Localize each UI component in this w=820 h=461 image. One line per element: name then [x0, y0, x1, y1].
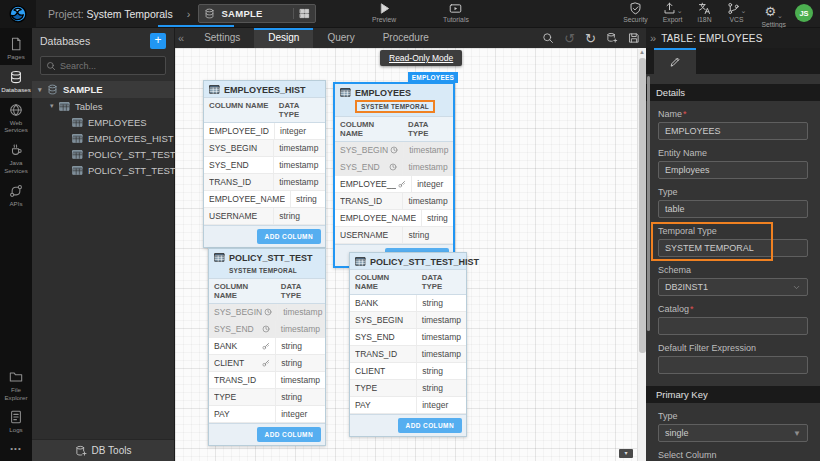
canvas-scrollbar-thumb[interactable] — [639, 58, 646, 353]
column-row[interactable]: EMPLOYEE_NAMEstring — [204, 191, 325, 208]
grid-icon[interactable] — [293, 8, 310, 19]
column-name-cell: EMPLOYEE_NAME — [335, 210, 422, 226]
column-row[interactable]: EMPLOYEE__integer — [335, 176, 453, 193]
column-row[interactable]: TRANS_IDtimestamp — [204, 174, 325, 191]
column-row[interactable]: SYS_BEGINtimestamp — [350, 312, 466, 329]
field-type-input[interactable]: table — [658, 200, 808, 218]
column-row[interactable]: SYS_ENDtimestamp — [204, 157, 325, 174]
rail-item-databases[interactable]: Databases — [0, 65, 32, 98]
add-column-button[interactable]: ADD COLUMN — [257, 229, 321, 244]
column-row[interactable]: BANKstring — [209, 338, 325, 355]
table-card-employees-hist[interactable]: EMPLOYEES_HISTCOLUMN NAMEDATA TYPEEMPLOY… — [203, 80, 326, 248]
column-row[interactable]: SYS_BEGINtimestamp — [335, 142, 453, 159]
column-row[interactable]: USERNAMEstring — [204, 208, 325, 225]
collapse-left-icon[interactable]: « — [175, 32, 190, 44]
table-card-policy-stt-test-hist[interactable]: POLICY_STT_TEST_HISTCOLUMN NAMEDATA TYPE… — [349, 252, 467, 437]
table-card-header[interactable]: POLICY_STT_TEST_HIST — [350, 253, 466, 269]
column-row[interactable]: TYPEstring — [350, 380, 466, 397]
tree-item-policy-stt-test[interactable]: POLICY_STT_TEST — [32, 146, 174, 162]
redo-icon[interactable]: ↻ — [585, 32, 596, 45]
clock-icon — [262, 308, 272, 316]
column-row[interactable]: SYS_ENDtimestamp — [209, 321, 325, 338]
column-row[interactable]: EMPLOYEE_NAMEstring — [335, 210, 453, 227]
table-card-employees[interactable]: EMPLOYEESEMPLOYEESSYSTEM TEMPORALCOLUMN … — [333, 82, 455, 268]
column-row[interactable]: CLIENTstring — [209, 355, 325, 372]
column-row[interactable]: BANKstring — [350, 295, 466, 312]
rail-item-apis[interactable]: APIs — [0, 179, 32, 212]
more-options-button[interactable]: ••• — [0, 438, 32, 461]
security-button[interactable]: Security — [623, 2, 648, 28]
column-row[interactable]: SYS_ENDtimestamp — [350, 329, 466, 346]
edit-tab[interactable] — [654, 48, 696, 74]
column-row[interactable]: CLIENTstring — [350, 363, 466, 380]
db-tools-button[interactable]: DB Tools — [32, 439, 174, 461]
tab-query[interactable]: Query — [313, 28, 368, 48]
tree-item-employees-hist[interactable]: EMPLOYEES_HIST — [32, 130, 174, 146]
rail-item-pages[interactable]: Pages — [0, 32, 32, 65]
column-row[interactable]: PAYinteger — [209, 406, 325, 423]
app-logo[interactable] — [0, 0, 36, 28]
field-temporal-type-input[interactable]: SYSTEM TEMPORAL — [658, 239, 808, 257]
expand-right-icon[interactable]: » — [646, 32, 661, 44]
tree-item-database[interactable]: ▾SAMPLE — [32, 81, 174, 98]
column-row[interactable]: TYPEstring — [209, 389, 325, 406]
add-database-button[interactable]: + — [150, 33, 166, 49]
field-catalog-input[interactable] — [658, 317, 808, 335]
field-type-select[interactable]: single▼ — [658, 424, 808, 442]
tutorials-button[interactable]: Tutorials — [443, 2, 469, 23]
rail-item-file-explorer[interactable]: File Explorer — [0, 365, 32, 406]
db-tools-icon — [75, 445, 87, 457]
tab-settings[interactable]: Settings — [190, 28, 254, 48]
database-selector[interactable]: SAMPLE — [198, 4, 316, 23]
vcs-button[interactable]: ⌄VCS — [727, 2, 747, 28]
preview-button[interactable]: Preview — [372, 2, 396, 23]
db-script-icon[interactable] — [606, 32, 618, 44]
rail-item-java-services[interactable]: Java Services — [0, 138, 32, 179]
caret-down-icon[interactable]: ▾ — [38, 86, 47, 94]
column-row[interactable]: SYS_BEGINtimestamp — [209, 304, 325, 321]
tab-design[interactable]: Design — [254, 28, 313, 48]
rail-item-logs[interactable]: Logs — [0, 405, 32, 438]
scroll-up-arrow[interactable]: ▲ — [638, 48, 646, 57]
tree-item-policy-stt-test-hist[interactable]: POLICY_STT_TEST_HIST — [32, 162, 174, 178]
search-input[interactable] — [60, 61, 160, 71]
i18n-button[interactable]: i18N — [698, 2, 712, 28]
field-name-input[interactable]: EMPLOYEES — [658, 122, 808, 140]
column-row[interactable]: USERNAMEstring — [335, 227, 453, 244]
canvas-corner-button[interactable]: ▾ — [619, 449, 633, 458]
column-name-cell: TYPE — [350, 380, 417, 396]
settings-button[interactable]: ⚙⌄Settings — [761, 2, 786, 28]
column-name: TYPE — [355, 383, 411, 393]
search-canvas-icon[interactable] — [542, 32, 554, 44]
tab-procedure[interactable]: Procedure — [369, 28, 443, 48]
field-default-filter-expression-input[interactable] — [658, 356, 808, 374]
field-entity-name-input[interactable]: Employees — [658, 161, 808, 179]
design-canvas[interactable]: Read-Only Mode ▲ ▾ EMPLOYEES_HISTCOLUMN … — [175, 48, 646, 461]
field-schema-select[interactable]: DB2INST1 — [658, 278, 808, 296]
tree-item-employees[interactable]: EMPLOYEES — [32, 114, 174, 130]
sidebar-search[interactable] — [40, 56, 166, 75]
rail-item-web-services[interactable]: Web Services — [0, 98, 32, 139]
add-column-button[interactable]: ADD COLUMN — [398, 418, 462, 433]
add-column-button[interactable]: ADD COLUMN — [257, 427, 321, 442]
user-avatar[interactable]: JS — [795, 4, 813, 22]
column-row[interactable]: TRANS_IDtimestamp — [350, 346, 466, 363]
column-row[interactable]: TRANS_IDtimestamp — [209, 372, 325, 389]
table-card-header[interactable]: EMPLOYEESSYSTEM TEMPORAL — [335, 84, 453, 116]
table-card-header[interactable]: POLICY_STT_TESTSYSTEM TEMPORAL — [209, 249, 325, 278]
column-row[interactable]: TRANS_IDtimestamp — [335, 193, 453, 210]
tree-item-tables-folder[interactable]: ▾Tables — [32, 98, 174, 114]
export-button[interactable]: ⌄Export — [663, 2, 683, 28]
inspector-scrollbar-thumb[interactable] — [647, 76, 650, 331]
table-card-header[interactable]: EMPLOYEES_HIST — [204, 81, 325, 97]
undo-icon[interactable]: ↺ — [564, 32, 575, 45]
project-breadcrumb[interactable]: Project: System Temporals — [48, 8, 173, 20]
column-row[interactable]: EMPLOYEE_IDinteger — [204, 123, 325, 140]
table-card-policy-stt-test[interactable]: POLICY_STT_TESTSYSTEM TEMPORALCOLUMN NAM… — [208, 248, 326, 446]
database-icon — [204, 8, 215, 19]
save-icon[interactable] — [628, 32, 640, 44]
column-row[interactable]: SYS_ENDtimestamp — [335, 159, 453, 176]
caret-down-icon[interactable]: ▾ — [50, 102, 59, 110]
column-row[interactable]: SYS_BEGINtimestamp — [204, 140, 325, 157]
column-row[interactable]: PAYinteger — [350, 397, 466, 414]
